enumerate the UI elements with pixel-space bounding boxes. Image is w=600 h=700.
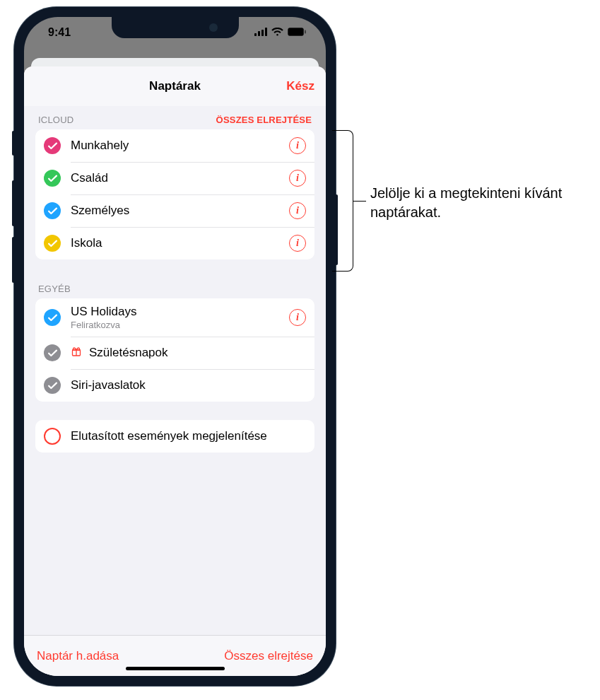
cellular-icon <box>254 26 267 39</box>
home-indicator <box>126 667 225 670</box>
svg-rect-0 <box>254 33 257 36</box>
checkmark-icon <box>44 377 61 394</box>
calendar-label: Iskola <box>71 236 279 250</box>
section-header-icloud: ICLOUD ÖSSZES ELREJTÉSE <box>35 109 314 129</box>
sheet-content: ICLOUD ÖSSZES ELREJTÉSE Munkahely i <box>24 106 326 635</box>
calendar-label: US Holidays <box>71 305 279 319</box>
calendar-label: Család <box>71 171 279 185</box>
side-button-mute <box>12 131 15 156</box>
declined-group: Elutasított események megjelenítése <box>35 420 314 453</box>
calendar-row-birthdays[interactable]: Születésnapok <box>35 337 314 369</box>
svg-rect-6 <box>305 30 306 34</box>
hide-all-button[interactable]: Összes elrejtése <box>224 649 313 663</box>
info-icon[interactable]: i <box>289 235 306 252</box>
wifi-icon <box>271 26 283 39</box>
callout-bracket <box>332 130 353 272</box>
show-declined-label: Elutasított események megjelenítése <box>71 429 306 443</box>
side-button-vol-up <box>12 180 15 226</box>
callout-text: Jelölje ki a megtekinteni kívánt naptára… <box>370 184 587 222</box>
calendar-row-family[interactable]: Család i <box>35 162 314 194</box>
icloud-group: Munkahely i Család i Szemé <box>35 129 314 259</box>
section-header-other: EGYÉB <box>35 278 314 298</box>
battery-icon <box>288 26 306 39</box>
svg-rect-3 <box>265 28 267 36</box>
calendars-sheet: Naptárak Kész ICLOUD ÖSSZES ELREJTÉSE Mu… <box>24 66 326 676</box>
info-icon[interactable]: i <box>289 170 306 187</box>
notch <box>112 17 239 38</box>
add-calendar-button[interactable]: Naptár h.adása <box>37 649 119 663</box>
info-icon[interactable]: i <box>289 309 306 326</box>
callout-line <box>353 201 366 202</box>
checkmark-icon <box>44 202 61 219</box>
calendar-row-siri[interactable]: Siri-javaslatok <box>35 369 314 402</box>
info-icon[interactable]: i <box>289 137 306 154</box>
gift-icon <box>71 346 82 360</box>
checkmark-icon <box>44 344 61 361</box>
empty-circle-icon <box>44 428 61 445</box>
info-icon[interactable]: i <box>289 202 306 219</box>
screen: 9:41 Naptárak Kész <box>24 17 326 676</box>
side-button-vol-down <box>12 237 15 283</box>
other-group: US Holidays Feliratkozva i Születésnapok <box>35 298 314 402</box>
calendar-sublabel: Feliratkozva <box>71 320 279 330</box>
done-button[interactable]: Kész <box>286 79 314 93</box>
calendar-row-personal[interactable]: Személyes i <box>35 194 314 227</box>
calendar-label: Munkahely <box>71 139 279 153</box>
calendar-row-school[interactable]: Iskola i <box>35 227 314 259</box>
calendar-label: Személyes <box>71 204 279 218</box>
calendar-label: Siri-javaslatok <box>71 378 306 392</box>
sheet-title: Naptárak <box>149 79 201 93</box>
svg-rect-1 <box>258 31 260 36</box>
phone-frame: 9:41 Naptárak Kész <box>14 7 336 686</box>
show-declined-row[interactable]: Elutasított események megjelenítése <box>35 420 314 453</box>
calendar-label: Születésnapok <box>89 346 306 360</box>
checkmark-icon <box>44 137 61 154</box>
checkmark-icon <box>44 309 61 326</box>
calendar-row-holidays[interactable]: US Holidays Feliratkozva i <box>35 298 314 337</box>
checkmark-icon <box>44 170 61 187</box>
checkmark-icon <box>44 235 61 252</box>
sheet-header: Naptárak Kész <box>24 66 326 106</box>
hide-all-icloud-button[interactable]: ÖSSZES ELREJTÉSE <box>216 115 312 125</box>
status-time: 9:41 <box>48 26 71 39</box>
section-label: EGYÉB <box>38 284 71 294</box>
svg-rect-2 <box>261 30 264 36</box>
calendar-row-work[interactable]: Munkahely i <box>35 129 314 162</box>
section-label: ICLOUD <box>38 115 73 125</box>
svg-rect-5 <box>289 29 302 35</box>
